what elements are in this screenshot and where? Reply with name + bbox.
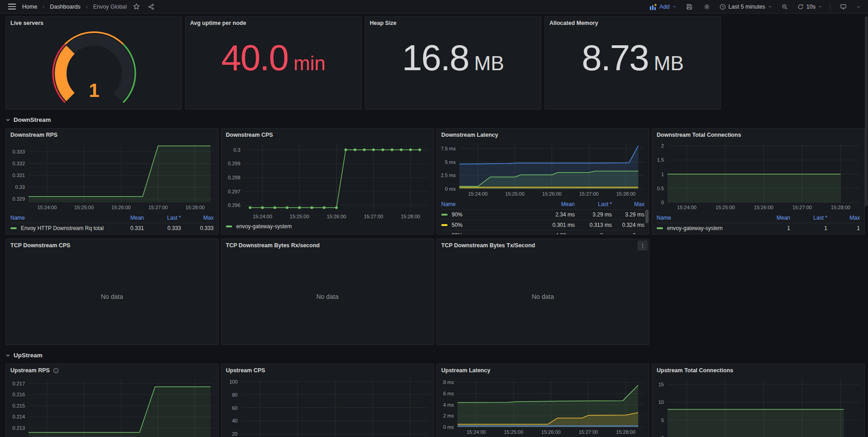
add-button[interactable]: Add bbox=[649, 4, 676, 10]
svg-text:15:28:00: 15:28:00 bbox=[831, 205, 850, 210]
legend-row[interactable]: 90%2.34 ms3.29 ms3.29 ms bbox=[441, 209, 644, 220]
legend-stat: 1 bbox=[827, 225, 860, 231]
breadcrumb-home[interactable]: Home bbox=[22, 4, 37, 10]
downstream-cps-chart[interactable]: 0.30.2990.2980.2970.29615:24:0015:25:001… bbox=[221, 140, 434, 221]
svg-text:0.213: 0.213 bbox=[12, 425, 25, 431]
legend-row[interactable]: Envoy HTTP Downstream Rq total0.3310.333… bbox=[10, 223, 214, 233]
panel-title: Allocated Memory bbox=[549, 20, 598, 27]
svg-text:15:28:00: 15:28:00 bbox=[616, 191, 636, 197]
tv-mode-icon[interactable] bbox=[838, 3, 849, 11]
save-icon[interactable] bbox=[684, 3, 694, 11]
svg-text:15:25:00: 15:25:00 bbox=[505, 191, 525, 197]
upstream-latency-chart[interactable]: 8 ms6 ms4 ms2 ms0 ms15:24:0015:25:0015:2… bbox=[437, 375, 649, 437]
legend-column-header[interactable]: Last * bbox=[790, 215, 827, 221]
svg-text:15:27:00: 15:27:00 bbox=[364, 214, 383, 219]
top-navbar: Home › Dashboards › Envoy Global Add Las… bbox=[0, 0, 868, 14]
upstream-rps-chart[interactable]: 0.2170.2160.2150.2140.21315:24:0015:25:0… bbox=[6, 375, 218, 437]
stat-unit: MB bbox=[474, 53, 504, 73]
svg-text:15:28:00: 15:28:00 bbox=[401, 214, 420, 219]
downstream-rps-legend: NameMeanLast *MaxEnvoy HTTP Downstream R… bbox=[6, 212, 218, 234]
legend-column-header[interactable]: Max bbox=[827, 215, 860, 221]
svg-text:15:28:00: 15:28:00 bbox=[186, 205, 205, 210]
panel-downstream-latency: Downstream Latency 7.5 ms5 ms2.5 ms0 ms1… bbox=[436, 128, 649, 235]
svg-text:15: 15 bbox=[658, 382, 664, 387]
legend-column-header[interactable]: Name bbox=[657, 215, 757, 221]
panel-title: Avg uptime per node bbox=[190, 20, 246, 27]
legend-column-header[interactable]: Mean bbox=[110, 215, 144, 221]
upstream-cps-chart[interactable]: 10080604020015:24:0015:25:0015:26:0015:2… bbox=[221, 375, 434, 437]
svg-text:0.332: 0.332 bbox=[12, 161, 25, 166]
legend-column-header[interactable]: Mean bbox=[541, 201, 575, 207]
no-data-message: No data bbox=[221, 250, 434, 342]
panel-upstream-total-connections: Upstream Total Connections 15105015:24:0… bbox=[652, 364, 865, 437]
svg-text:0 ms: 0 ms bbox=[443, 424, 454, 430]
svg-text:15:27:00: 15:27:00 bbox=[579, 191, 599, 197]
svg-text:5 ms: 5 ms bbox=[445, 159, 456, 165]
page-scrollbar[interactable] bbox=[865, 16, 868, 206]
panel-menu-button[interactable]: ⋮ bbox=[638, 240, 648, 250]
legend-stat: 2.34 ms bbox=[541, 211, 575, 218]
legend-column-header[interactable]: Last * bbox=[144, 215, 181, 221]
menu-icon[interactable] bbox=[6, 3, 18, 10]
zoom-out-icon[interactable] bbox=[780, 3, 790, 11]
panel-downstream-total-connections: Downstream Total Connections 21.510.5015… bbox=[652, 128, 865, 235]
legend-row[interactable]: 99%4.89 ms8 ms8 ms bbox=[441, 230, 644, 234]
legend-stat: 0.324 ms bbox=[612, 222, 644, 228]
panel-tcp-downstream-cps: TCP Downstream CPS No data bbox=[5, 239, 219, 345]
downstream-rps-chart[interactable]: 0.3330.3320.3310.330.32915:24:0015:25:00… bbox=[6, 140, 218, 212]
svg-text:0.329: 0.329 bbox=[12, 196, 25, 202]
row-header-upstream[interactable]: UpStream bbox=[5, 349, 866, 361]
panel-title: Downstream Latency bbox=[441, 132, 498, 139]
svg-text:5: 5 bbox=[661, 418, 664, 423]
svg-text:15:26:00: 15:26:00 bbox=[541, 429, 561, 435]
panel-title: TCP Downstream Bytes Tx/Second bbox=[441, 242, 535, 249]
svg-text:15:28:00: 15:28:00 bbox=[616, 429, 635, 435]
svg-text:0.215: 0.215 bbox=[12, 403, 25, 408]
series-swatch bbox=[226, 226, 232, 227]
downstream-latency-chart[interactable]: 7.5 ms5 ms2.5 ms0 ms15:24:0015:25:0015:2… bbox=[437, 140, 649, 199]
downstream-total-connections-chart[interactable]: 21.510.5015:24:0015:25:0015:26:0015:27:0… bbox=[652, 140, 864, 212]
panel-avg-uptime: Avg uptime per node 40.0 min bbox=[185, 16, 362, 110]
legend-column-header[interactable]: Last * bbox=[575, 201, 612, 207]
legend-label: envoy-gateway-system bbox=[236, 223, 292, 230]
legend-column-header[interactable]: Max bbox=[181, 215, 214, 221]
chevron-down-icon[interactable] bbox=[856, 5, 861, 9]
chevron-down-icon bbox=[5, 353, 10, 358]
svg-text:100: 100 bbox=[229, 379, 238, 384]
svg-text:2.5 ms: 2.5 ms bbox=[441, 173, 456, 178]
legend-item[interactable]: envoy-gateway-system bbox=[226, 223, 292, 230]
settings-gear-icon[interactable] bbox=[702, 3, 712, 11]
info-icon[interactable] bbox=[53, 368, 59, 374]
svg-text:1: 1 bbox=[89, 80, 99, 101]
svg-text:6 ms: 6 ms bbox=[443, 391, 454, 396]
breadcrumb-separator: › bbox=[42, 4, 45, 10]
legend-stat: 1 bbox=[757, 225, 790, 231]
legend-column-header[interactable]: Name bbox=[441, 201, 541, 207]
breadcrumb-dashboards[interactable]: Dashboards bbox=[50, 4, 80, 10]
legend-scrollbar[interactable] bbox=[645, 210, 649, 223]
svg-text:15:27:00: 15:27:00 bbox=[792, 205, 812, 210]
time-range-picker[interactable]: Last 5 minutes bbox=[720, 4, 772, 10]
panel-upstream-latency: Upstream Latency 8 ms6 ms4 ms2 ms0 ms15:… bbox=[436, 364, 649, 437]
legend-row[interactable]: 50%0.301 ms0.313 ms0.324 ms bbox=[441, 220, 644, 230]
legend-stat: 4.89 ms bbox=[541, 232, 575, 234]
svg-text:7.5 ms: 7.5 ms bbox=[441, 146, 456, 151]
legend-label: envoy-gateway-system bbox=[667, 225, 723, 231]
legend-column-header[interactable]: Max bbox=[612, 201, 644, 207]
svg-text:0.5: 0.5 bbox=[657, 186, 664, 191]
panel-title: Downstream CPS bbox=[226, 132, 273, 139]
svg-text:0.331: 0.331 bbox=[12, 173, 25, 178]
share-icon[interactable] bbox=[146, 3, 156, 11]
panel-downstream-rps: Downstream RPS 0.3330.3320.3310.330.3291… bbox=[5, 128, 219, 235]
legend-column-header[interactable]: Mean bbox=[757, 215, 790, 221]
stat-number: 16.8 bbox=[402, 40, 469, 76]
panel-title: Downstream Total Connections bbox=[657, 132, 741, 139]
refresh-picker[interactable]: 10s bbox=[797, 4, 822, 10]
svg-text:15:25:00: 15:25:00 bbox=[715, 205, 735, 210]
upstream-total-connections-chart[interactable]: 15105015:24:0015:25:0015:26:0015:27:0015… bbox=[652, 375, 864, 437]
row-header-downstream[interactable]: DownStream bbox=[5, 114, 866, 125]
svg-text:0.216: 0.216 bbox=[12, 392, 25, 397]
legend-column-header[interactable]: Name bbox=[10, 215, 110, 221]
star-icon[interactable] bbox=[131, 2, 142, 11]
legend-row[interactable]: envoy-gateway-system111 bbox=[657, 223, 860, 233]
